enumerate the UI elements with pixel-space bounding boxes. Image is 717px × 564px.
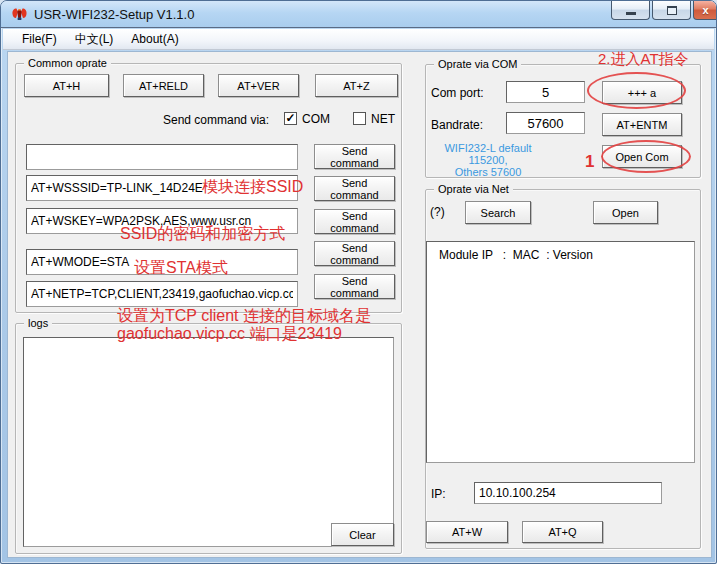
send-command-button-4[interactable]: Send command [314,241,395,266]
app-window: USR-WIFI232-Setup V1.1.0 x File(F) 中文(L)… [0,0,717,564]
annotation-ellipse-plus-a [587,72,686,109]
title-bar[interactable]: USR-WIFI232-Setup V1.1.0 x [1,1,716,28]
menu-bar: File(F) 中文(L) About(A) [3,29,714,50]
com-port-label: Com port: [431,86,484,100]
open-button[interactable]: Open [593,201,658,224]
module-list-header: Module IP : MAC : Version [439,248,593,262]
send-command-button-5[interactable]: Send command [314,274,395,299]
menu-about[interactable]: About(A) [122,30,187,48]
maximize-button[interactable] [652,1,691,20]
bandrate-input[interactable] [506,112,585,134]
command-input-5[interactable] [26,281,298,307]
close-button[interactable]: x [693,1,717,20]
bandrate-hint-line1: WIFI232-L default 115200, [444,142,531,166]
at-entm-button[interactable]: AT+ENTM [602,113,682,136]
module-list[interactable]: Module IP : MAC : Version [426,241,695,463]
net-checkbox-label[interactable]: NET [371,112,395,126]
com-checkbox[interactable]: ✓ [284,112,297,125]
send-command-button-2[interactable]: Send command [314,176,395,201]
search-button[interactable]: Search [465,201,531,224]
menu-language[interactable]: 中文(L) [66,29,123,50]
com-port-input[interactable] [506,81,585,103]
net-checkbox[interactable] [353,112,366,125]
app-logo-icon [11,6,28,23]
close-icon: x [702,4,708,16]
clear-logs-button[interactable]: Clear [331,523,394,546]
group-oprate-via-com-label: Oprate via COM [434,57,521,71]
send-command-button-1[interactable]: Send command [314,144,395,169]
at-ver-button[interactable]: AT+VER [218,74,299,97]
com-checkbox-label[interactable]: COM [302,112,330,126]
bandrate-hint-line2: Others 57600 [455,166,522,178]
ip-label: IP: [431,487,446,501]
at-reld-button[interactable]: AT+RELD [123,74,204,97]
group-oprate-via-net-label: Oprate via Net [434,182,513,196]
maximize-icon [667,6,677,15]
bandrate-hint: WIFI232-L default 115200, Others 57600 [428,142,548,178]
logs-output[interactable] [23,337,394,547]
annotation-wskey: SSID的密码和加密方式 [120,224,285,245]
annotation-ssid: 模块连接SSID [202,177,303,198]
annotation-wmode: 设置STA模式 [134,258,228,279]
send-via-label: Send command via: [163,113,269,127]
group-common-oprate-label: Common oprate [24,56,111,70]
at-w-button[interactable]: AT+W [426,521,508,543]
annotation-enter-at: 2.进入AT指令 [598,50,689,69]
command-input-1[interactable] [26,144,298,170]
annotation-ellipse-open-com [601,140,691,173]
send-command-button-3[interactable]: Send command [314,209,395,234]
at-q-button[interactable]: AT+Q [522,521,603,543]
ip-input[interactable] [474,482,662,504]
window-title: USR-WIFI232-Setup V1.1.0 [34,7,194,22]
minimize-button[interactable] [611,1,650,20]
at-z-button[interactable]: AT+Z [315,74,398,97]
minimize-icon [626,12,636,15]
bandrate-label: Bandrate: [431,118,483,132]
menu-file[interactable]: File(F) [13,30,66,48]
net-help-label: (?) [430,205,445,219]
at-h-button[interactable]: AT+H [24,74,109,97]
group-logs-label: logs [24,316,52,330]
annotation-step-1: 1 [585,152,594,172]
annotation-netp-line2: gaofuchao.vicp.cc 端口是23419 [117,324,342,345]
